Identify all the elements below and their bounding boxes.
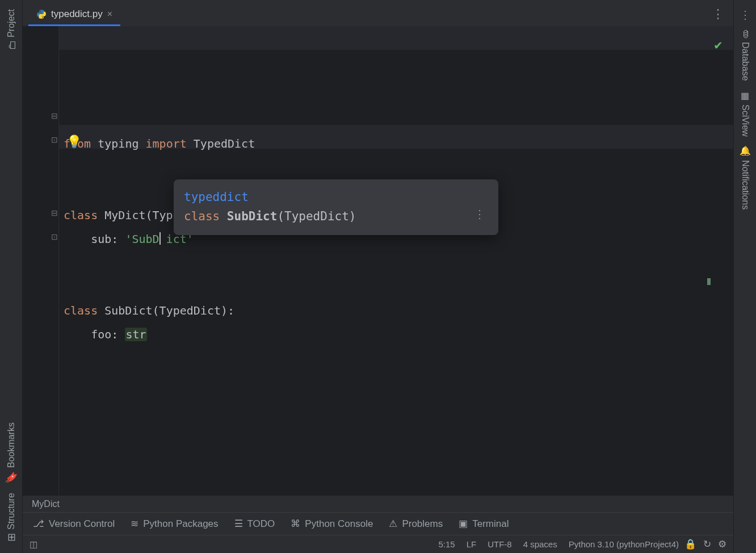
tool-windows-icon[interactable]: ◫ [30, 539, 41, 550]
inspection-ok-icon[interactable]: ✔ [713, 39, 723, 52]
fold-end-icon[interactable]: ⊡ [51, 232, 58, 241]
terminal-tool-button[interactable]: ▣Terminal [459, 518, 509, 530]
packages-tool-button[interactable]: ≋Python Packages [131, 518, 218, 530]
structure-label: Structure [6, 493, 16, 530]
lightbulb-icon[interactable]: 💡 [66, 134, 82, 150]
sidebar-item-notifications[interactable]: 🔔 Notifications [740, 141, 750, 214]
tool-label: Python Packages [143, 518, 218, 530]
code-token: SubDict [104, 304, 152, 317]
left-toolbar: 🗀 Project 🔖 Bookmarks ⊞ Structure [0, 0, 23, 553]
sidebar-item-structure[interactable]: ⊞ Structure [5, 488, 18, 546]
code-token: class [64, 208, 104, 222]
console-tool-button[interactable]: ⌘Python Console [291, 518, 373, 530]
notifications-label: Notifications [740, 160, 750, 210]
tab-bar: typeddict.py × ⋮ [23, 0, 733, 26]
code-token: sub: [64, 232, 125, 246]
close-icon[interactable]: × [107, 9, 112, 19]
tool-label: Python Console [305, 518, 373, 530]
database-icon: 🛢 [740, 30, 750, 39]
sync-icon[interactable]: ↻ [703, 538, 711, 550]
editor-more-icon[interactable]: ⋮ [712, 7, 733, 26]
text-caret [159, 232, 166, 245]
warning-icon: ⚠ [389, 518, 397, 530]
list-icon: ☰ [234, 518, 243, 530]
editor[interactable]: ⊟ ⊡ ⊟ ⊡ 💡 ✔ from typing import TypedDict… [23, 26, 733, 495]
tool-label: Version Control [49, 518, 115, 530]
code-token: 'SubD [125, 232, 159, 246]
project-label: Project [6, 9, 16, 37]
fold-icon[interactable]: ⊟ [51, 208, 58, 217]
code-token: (TypedDict): [153, 304, 235, 317]
tool-label: TODO [247, 518, 275, 530]
tab-filename: typeddict.py [51, 9, 103, 20]
code-token: typing [98, 137, 145, 150]
tool-label: Problems [402, 518, 443, 530]
line-ending[interactable]: LF [461, 539, 482, 549]
sidebar-item-sciview[interactable]: ▦ SciView [740, 86, 750, 141]
doc-module-link[interactable]: typeddict [184, 190, 249, 204]
sidebar-item-project[interactable]: 🗀 Project [5, 5, 17, 56]
sidebar-item-bookmarks[interactable]: 🔖 Bookmarks [5, 418, 18, 488]
caret-position[interactable]: 5:15 [432, 539, 460, 549]
todo-tool-button[interactable]: ☰TODO [234, 518, 275, 530]
doc-text: (TypedDict) [277, 210, 356, 223]
database-label: Database [740, 42, 750, 81]
fold-end-icon[interactable]: ⊡ [51, 135, 58, 144]
breadcrumb[interactable]: MyDict [23, 495, 733, 512]
python-icon: ⌘ [291, 518, 300, 530]
python-file-icon [36, 9, 47, 19]
layers-icon: ≋ [131, 518, 138, 530]
quick-documentation-popup: typeddict class SubDict(TypedDict) ⋮ [174, 179, 498, 235]
gutter: ⊟ ⊡ ⊟ ⊡ [23, 26, 59, 495]
bookmark-icon: 🔖 [5, 471, 18, 484]
code-token: TypedDict [194, 137, 255, 150]
code-token: str [125, 328, 146, 341]
lock-icon[interactable]: 🔒 [684, 538, 696, 550]
doc-text: SubDict [227, 210, 278, 223]
bell-icon: 🔔 [740, 145, 750, 157]
code-token: class [64, 304, 104, 317]
bookmarks-label: Bookmarks [6, 422, 16, 468]
right-toolbar: ⋮ 🛢 Database ▦ SciView 🔔 Notifications [733, 0, 756, 553]
doc-more-icon[interactable]: ⋮ [472, 202, 488, 226]
vcs-tool-button[interactable]: ⎇Version Control [33, 518, 115, 530]
structure-icon: ⊞ [7, 531, 15, 544]
tab-file[interactable]: typeddict.py × [28, 3, 120, 26]
branch-icon: ⎇ [33, 518, 44, 530]
code-area[interactable]: from typing import TypedDict class MyDic… [59, 26, 733, 495]
code-token: import [146, 137, 194, 150]
doc-text: class [184, 210, 227, 223]
indent[interactable]: 4 spaces [518, 539, 563, 549]
code-token: foo: [64, 328, 125, 341]
problems-tool-button[interactable]: ⚠Problems [389, 518, 443, 530]
breadcrumb-item[interactable]: MyDict [32, 499, 60, 509]
code-token: MyDict [104, 208, 145, 222]
interpreter[interactable]: Python 3.10 (pythonProject4) [563, 539, 684, 549]
sciview-label: SciView [740, 104, 750, 137]
settings-icon[interactable]: ⚙ [718, 538, 726, 550]
grid-icon: ▦ [740, 90, 750, 101]
right-toolbar-more-icon[interactable]: ⋮ [736, 5, 754, 25]
project-icon: 🗀 [6, 40, 16, 52]
status-bar: ◫ 5:15 LF UTF-8 4 spaces Python 3.10 (py… [23, 535, 733, 553]
terminal-icon: ▣ [459, 518, 468, 530]
fold-icon[interactable]: ⊟ [51, 111, 58, 120]
tool-label: Terminal [472, 518, 509, 530]
encoding[interactable]: UTF-8 [482, 539, 518, 549]
tool-window-bar: ⎇Version Control ≋Python Packages ☰TODO … [23, 512, 733, 535]
sidebar-item-database[interactable]: 🛢 Database [740, 25, 750, 86]
